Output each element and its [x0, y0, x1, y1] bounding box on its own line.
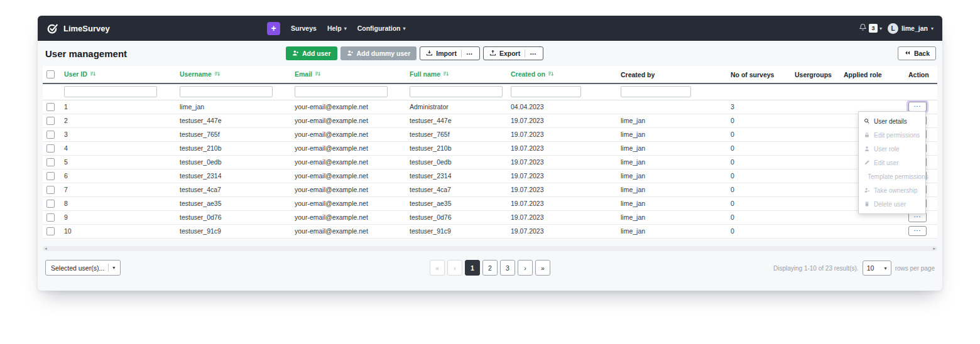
column-header-user-id[interactable]: User ID: [62, 66, 177, 83]
cell-username: lime_jan: [177, 100, 292, 114]
import-icon: [426, 50, 433, 56]
menu-item-edit-permissions: Edit permissions: [859, 128, 925, 142]
back-button[interactable]: Back: [898, 46, 936, 60]
user-arrow-icon: [864, 187, 870, 193]
person-plus-icon: [347, 50, 354, 56]
more-options-icon: …: [466, 52, 474, 55]
chevron-down-icon: ▾: [931, 26, 934, 31]
filter-input-created-by[interactable]: [621, 86, 691, 97]
import-button[interactable]: Import …: [420, 46, 480, 60]
cell-email: your-email@example.net: [292, 155, 407, 169]
back-label: Back: [914, 50, 930, 57]
menu-item-edit-user: Edit user: [859, 156, 925, 169]
menu-item-delete-user: Delete user: [859, 197, 925, 211]
user-menu-button[interactable]: L lime_jan ▾: [888, 23, 934, 34]
selected-users-button[interactable]: Selected user(s)... ▾: [45, 260, 121, 276]
cell-created-by: lime_jan: [618, 224, 728, 238]
row-checkbox[interactable]: [46, 172, 55, 180]
page-button-[interactable]: »: [535, 260, 550, 276]
cell-created-by: lime_jan: [618, 114, 728, 127]
cell-usergroups: [792, 127, 841, 141]
column-header-full-name[interactable]: Full name: [407, 66, 508, 83]
table-row: 2testuser_447eyour-email@example.nettest…: [43, 114, 937, 127]
create-survey-button[interactable]: +: [267, 22, 280, 35]
column-label: User ID: [64, 70, 87, 78]
bell-icon: [859, 23, 867, 31]
sort-icon: [548, 71, 554, 77]
add-user-label: Add user: [302, 50, 331, 57]
avatar: L: [888, 23, 898, 34]
menu-item-user-details[interactable]: User details: [859, 114, 925, 128]
column-header-created-on[interactable]: Created on: [508, 66, 618, 83]
menu-item-user-role: User role: [859, 142, 925, 156]
select-all-checkbox[interactable]: [46, 70, 55, 78]
column-label: Usergroups: [795, 71, 832, 78]
horizontal-scrollbar[interactable]: ◂ ▸: [43, 246, 937, 251]
rows-per-page-label: rows per page: [895, 265, 935, 272]
nav-item-help[interactable]: Help▾: [327, 24, 347, 32]
page-button-2[interactable]: 2: [482, 260, 498, 276]
filter-input-full-name[interactable]: [410, 86, 503, 97]
notification-badge: 3: [869, 24, 878, 33]
person-plus-icon: [292, 50, 299, 56]
row-checkbox[interactable]: [46, 200, 55, 208]
cell-created-on: 19.07.2023: [508, 127, 618, 141]
pencil-icon: [864, 159, 870, 166]
page-button-: ‹: [447, 260, 462, 276]
table-row: 6testuser_2314your-email@example.nettest…: [43, 169, 937, 183]
cell-no-of-surveys: 0: [728, 169, 792, 183]
cell-no-of-surveys: 0: [728, 224, 792, 238]
filter-input-user-id[interactable]: [64, 86, 157, 97]
column-header-applied-role: Applied role: [841, 66, 906, 83]
row-checkbox[interactable]: [46, 144, 55, 153]
table-header-row: User IDUsernameEmailFull nameCreated onC…: [43, 66, 937, 83]
table-filter-row: [43, 83, 937, 100]
scroll-left-icon[interactable]: ◂: [45, 246, 47, 251]
cell-created-by: lime_jan: [618, 127, 728, 141]
column-header-username[interactable]: Username: [177, 66, 292, 83]
cell-created-on: 19.07.2023: [508, 224, 618, 238]
row-checkbox[interactable]: [46, 186, 55, 194]
cell-created-on: 19.07.2023: [508, 141, 618, 155]
cell-email: your-email@example.net: [292, 114, 407, 127]
nav-item-surveys[interactable]: Surveys: [291, 24, 317, 32]
cell-full-name: testuser_ae35: [407, 196, 508, 210]
export-icon: [489, 50, 496, 58]
row-actions-button[interactable]: ...: [908, 102, 927, 112]
add-dummy-user-button[interactable]: Add dummy user: [340, 46, 417, 60]
rows-per-page-select[interactable]: 10 ▾: [863, 261, 891, 276]
export-button[interactable]: Export …: [483, 46, 543, 60]
row-checkbox[interactable]: [46, 131, 55, 139]
row-checkbox[interactable]: [46, 103, 55, 111]
scroll-right-icon[interactable]: ▸: [933, 246, 935, 251]
filter-input-created-on[interactable]: [511, 86, 581, 97]
cell-user-id: 2: [62, 114, 177, 127]
notifications-button[interactable]: 3 ▾: [859, 23, 882, 34]
row-actions-button[interactable]: ...: [908, 226, 927, 236]
filter-input-email[interactable]: [295, 86, 388, 97]
chevron-down-icon: ▾: [112, 265, 115, 271]
page-button-3[interactable]: 3: [500, 260, 515, 276]
cell-usergroups: [792, 114, 841, 127]
cell-user-id: 10: [62, 224, 177, 238]
row-checkbox[interactable]: [46, 227, 55, 235]
column-label: Full name: [410, 70, 440, 78]
nav-item-label: Help: [327, 24, 342, 32]
table-row: 3testuser_765fyour-email@example.nettest…: [43, 127, 937, 141]
cell-no-of-surveys: 0: [728, 127, 792, 141]
brand[interactable]: LimeSurvey: [46, 22, 110, 35]
filter-input-username[interactable]: [180, 86, 273, 97]
cell-username: testuser_0edb: [177, 155, 292, 169]
column-header-email[interactable]: Email: [292, 66, 407, 83]
add-user-button[interactable]: Add user: [286, 46, 337, 60]
sort-icon: [443, 71, 449, 77]
cell-email: your-email@example.net: [292, 183, 407, 196]
row-checkbox[interactable]: [46, 117, 55, 125]
row-checkbox[interactable]: [46, 213, 55, 222]
page-button-1[interactable]: 1: [465, 260, 480, 276]
nav-item-configuration[interactable]: Configuration▾: [357, 24, 406, 32]
page-button-[interactable]: ›: [518, 260, 533, 276]
cell-username: testuser_4ca7: [177, 183, 292, 196]
cell-username: testuser_ae35: [177, 196, 292, 210]
row-checkbox[interactable]: [46, 158, 55, 166]
